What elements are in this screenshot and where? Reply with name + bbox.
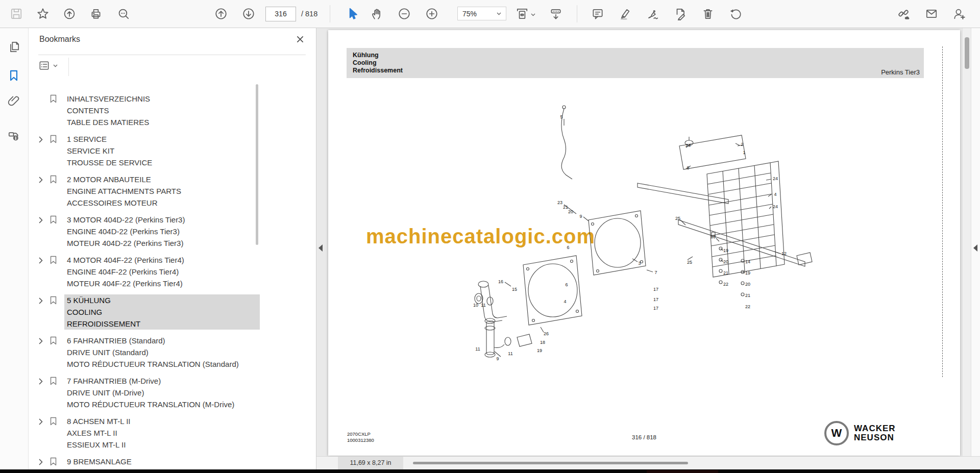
hand-tool-icon[interactable] [370, 7, 383, 20]
chevron-right-icon[interactable] [37, 216, 44, 224]
next-page-button[interactable] [242, 7, 255, 20]
diagram-callout: 19 [723, 248, 728, 253]
parts-diagram: 5248212442423212025251319202122141920212… [439, 97, 817, 363]
diagram-callout: 22 [723, 282, 728, 287]
diagram-callout: 23 [557, 201, 562, 205]
share-link-icon[interactable] [897, 7, 910, 20]
email-icon[interactable] [925, 7, 938, 20]
highlight-icon[interactable] [619, 7, 632, 20]
diagram-callout: 20 [723, 260, 728, 264]
expand-tools-pane-handle[interactable] [973, 244, 977, 252]
chevron-right-icon[interactable] [37, 176, 44, 184]
diagram-callout: 14 [745, 260, 750, 264]
diagram-callout: 8 [687, 166, 689, 170]
bookmark-item[interactable]: 7 FAHRANTRIEB (M-Drive)DRIVE UNIT (M-Dri… [29, 372, 260, 413]
print-icon[interactable] [89, 7, 103, 20]
select-tool-icon[interactable] [346, 7, 359, 20]
page-scrolling-icon[interactable] [549, 7, 562, 20]
pdf-page: Kühlung Cooling Refroidissement Perkins … [328, 30, 960, 456]
fill-sign-icon[interactable] [646, 7, 659, 20]
fit-width-icon[interactable] [516, 7, 535, 20]
bookmark-item-label: 1 SERVICESERVICE KITTROUSSE DE SERVICE [64, 133, 260, 168]
bookmark-item[interactable]: INHALTSVERZEICHNISCONTENTSTABLE DES MATI… [29, 90, 260, 131]
diagram-callout: 9 [496, 357, 499, 361]
wacker-neuson-logo: W WACKER NEUSON [824, 421, 896, 445]
bookmark-item[interactable]: 4 MOTOR 404F-22 (Perkins Tier4)ENGINE 40… [29, 252, 260, 292]
document-canvas: Kühlung Cooling Refroidissement Perkins … [316, 28, 980, 469]
page-header-band: Kühlung Cooling Refroidissement Perkins … [347, 48, 924, 78]
chevron-right-icon[interactable] [37, 257, 44, 264]
bookmark-item[interactable]: 5 KÜHLUNGCOOLINGREFROIDISSEMENT [29, 292, 260, 332]
vertical-scrollbar-thumb[interactable] [965, 37, 969, 69]
page-size-label: 11,69 x 8,27 in [338, 457, 403, 469]
diagram-callout: 11 [475, 347, 480, 352]
chevron-right-icon[interactable] [37, 418, 44, 426]
chevron-down-icon [531, 13, 535, 16]
share-upload-icon[interactable] [63, 7, 76, 20]
chevron-right-icon[interactable] [37, 136, 44, 143]
bookmark-item[interactable]: 1 SERVICESERVICE KITTROUSSE DE SERVICE [29, 131, 260, 171]
page-number-input[interactable]: 316 [265, 7, 296, 21]
bookmark-item[interactable]: 3 MOTOR 404D-22 (Perkins Tier3)ENGINE 40… [29, 211, 260, 252]
bookmark-item[interactable]: 8 ACHSEN MT-L IIAXLES MT-L IIESSIEUX MT-… [29, 413, 260, 453]
bookmark-item-label: 9 BREMSANLAGE [64, 456, 260, 467]
bookmark-item-label: 5 KÜHLUNGCOOLINGREFROIDISSEMENT [64, 294, 260, 330]
search-icon[interactable] [117, 7, 130, 20]
diagram-callout: 20 [745, 282, 750, 287]
rotate-icon[interactable] [729, 7, 742, 20]
bookmark-icon [50, 256, 57, 264]
horizontal-scrollbar-thumb[interactable] [413, 462, 688, 464]
diagram-callout: 3 [638, 261, 641, 266]
chevron-right-icon[interactable] [37, 378, 44, 385]
bookmark-icon [50, 417, 57, 426]
diagram-callout: 19 [537, 348, 542, 353]
bookmark-item[interactable]: 9 BREMSANLAGE [29, 453, 260, 469]
bookmark-item[interactable]: 2 MOTOR ANBAUTEILEENGINE ATTACHMENTS PAR… [29, 171, 260, 211]
bookmarks-panel-icon[interactable] [7, 69, 20, 82]
chevron-right-icon[interactable] [37, 458, 44, 466]
navigation-rail [0, 28, 29, 469]
bookmark-item[interactable]: 6 FAHRANTRIEB (Standard)DRIVE UNIT (Stan… [29, 332, 260, 372]
bookmarks-list: INHALTSVERZEICHNISCONTENTSTABLE DES MATI… [29, 83, 260, 469]
bookmarks-scrollbar-thumb[interactable] [256, 84, 258, 245]
bookmark-item-label: INHALTSVERZEICHNISCONTENTSTABLE DES MATI… [64, 93, 260, 128]
diagram-callout: 4 [564, 300, 566, 304]
options-list-icon [38, 60, 50, 71]
save-icon[interactable] [10, 7, 23, 20]
vertical-scrollbar[interactable] [962, 28, 971, 457]
comment-icon[interactable] [591, 7, 604, 20]
diagram-callout: 2 [741, 142, 743, 147]
zoom-level-select[interactable]: 75% [457, 7, 506, 20]
zoom-in-icon[interactable] [425, 7, 438, 20]
edit-page-icon[interactable] [674, 7, 687, 20]
close-icon[interactable] [296, 35, 305, 44]
chevron-right-icon[interactable] [37, 297, 44, 305]
diagram-callout: 20 [568, 210, 573, 214]
diagram-callout: 26 [544, 332, 549, 336]
previous-page-button[interactable] [214, 7, 228, 20]
page-total-label: / 818 [301, 0, 317, 28]
chevron-right-icon[interactable] [37, 337, 44, 345]
diagram-callout: 17 [653, 306, 658, 311]
diagram-callout: 17 [653, 297, 658, 302]
page-thumbnails-icon[interactable] [7, 40, 20, 54]
brand-name-line1: WACKER [854, 424, 896, 433]
bookmark-item-label: 4 MOTOR 404F-22 (Perkins Tier4)ENGINE 40… [64, 254, 260, 289]
diagram-callout: 25 [687, 260, 692, 265]
diagram-callout: 21 [745, 293, 750, 298]
zoom-out-icon[interactable] [398, 7, 411, 20]
attachments-icon[interactable] [7, 94, 20, 107]
bookmark-options-button[interactable] [38, 60, 58, 71]
add-account-icon[interactable] [952, 7, 966, 20]
brand-emblem: W [824, 421, 849, 445]
page-cut-line [942, 46, 943, 377]
delete-icon[interactable] [701, 7, 715, 20]
header-title-fr: Refroidissement [347, 67, 924, 74]
model-info-icon[interactable] [7, 129, 20, 142]
diagram-callout: 25 [675, 216, 680, 221]
collapse-left-panel-handle[interactable] [318, 244, 323, 252]
star-icon[interactable] [36, 7, 50, 20]
panel-divider [68, 58, 69, 76]
bookmarks-panel: Bookmarks INHALTSVERZEICHNISCONTENTSTABL… [29, 28, 316, 469]
diagram-callout: 16 [498, 280, 503, 284]
